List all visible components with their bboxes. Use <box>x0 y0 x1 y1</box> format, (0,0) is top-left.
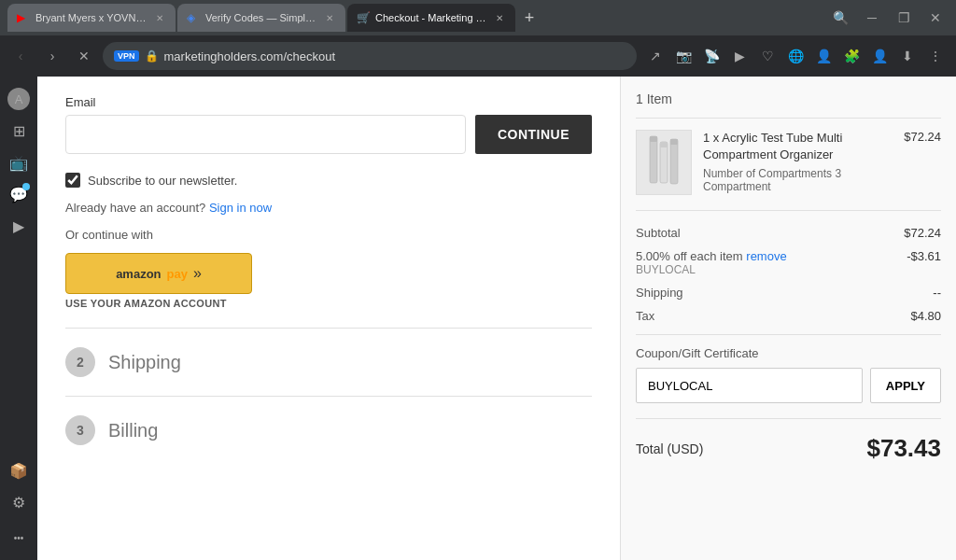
discount-value: -$3.61 <box>907 249 941 263</box>
tab-close-verify[interactable]: ✕ <box>323 11 336 24</box>
sidebar-icon-home[interactable]: ⊞ <box>4 116 34 146</box>
tax-row: Tax $4.80 <box>636 309 941 323</box>
sidebar-icon-box[interactable]: 📦 <box>4 455 34 485</box>
tab-checkout[interactable]: 🛒 Checkout - Marketing Hold... ✕ <box>347 4 515 32</box>
account-row: Already have an account? Sign in now <box>65 201 592 215</box>
coupon-code-display: BUYLOCAL <box>636 263 787 276</box>
svg-rect-0 <box>650 136 657 183</box>
tab-youtube[interactable]: ▶ Bryant Myers x YOVNG... ✕ <box>7 4 176 32</box>
sidebar-icon-twitch[interactable]: 📺 <box>4 147 34 177</box>
shipping-step: 2 Shipping <box>65 347 592 377</box>
sidebar-icon-whatsapp[interactable]: 💬 <box>4 179 34 209</box>
newsletter-checkbox[interactable] <box>65 173 80 188</box>
sidebar-icon-settings[interactable]: ⚙ <box>4 487 34 517</box>
tab-favicon-verify: ◈ <box>187 11 200 24</box>
toolbar-icons: ↗ 📷 📡 ▶ ♡ 🌐 👤 🧩 👤 ⬇ ⋮ <box>642 43 949 69</box>
newsletter-label: Subscribe to our newsletter. <box>88 174 237 188</box>
billing-step-number: 3 <box>65 415 95 445</box>
shipping-label: Shipping <box>636 286 683 300</box>
close-tab-button[interactable]: ✕ <box>71 43 97 69</box>
discount-label: 5.00% off each item <box>636 249 743 263</box>
total-row: Total (USD) $73.43 <box>636 418 941 463</box>
email-row: CONTINUE <box>65 115 592 154</box>
amazon-pay-text: amazon <box>116 267 161 281</box>
tab-favicon-youtube: ▶ <box>17 11 30 24</box>
close-button[interactable]: ✕ <box>922 5 949 31</box>
svg-rect-3 <box>650 136 657 142</box>
sidebar-icon-more[interactable]: ••• <box>4 523 34 553</box>
shipping-row: Shipping -- <box>636 286 941 300</box>
billing-step: 3 Billing <box>65 415 592 445</box>
amazon-pay-button[interactable]: amazon pay » <box>65 253 252 294</box>
or-continue-text: Or continue with <box>65 228 592 242</box>
item-image <box>636 130 692 195</box>
menu-icon[interactable]: ⋮ <box>922 43 949 69</box>
subtotal-label: Subtotal <box>636 226 681 240</box>
remove-link[interactable]: remove <box>746 249 786 263</box>
checkout-form: Email CONTINUE Subscribe to our newslett… <box>37 77 620 560</box>
shipping-step-title: Shipping <box>108 352 181 373</box>
forward-button[interactable]: › <box>39 43 65 69</box>
address-bar[interactable]: VPN 🔒 marketingholders.com/checkout <box>103 42 637 70</box>
coupon-row: APPLY <box>636 368 941 403</box>
sidebar-icon-profile[interactable]: A <box>4 84 34 114</box>
apply-button[interactable]: APPLY <box>870 368 941 403</box>
item-price: $72.24 <box>904 130 941 195</box>
continue-button[interactable]: CONTINUE <box>475 115 592 154</box>
divider-1 <box>65 328 592 329</box>
page-content: Email CONTINUE Subscribe to our newslett… <box>37 77 956 560</box>
tab-favicon-checkout: 🛒 <box>357 11 370 24</box>
item-variant: Number of Compartments 3 Compartment <box>703 167 893 193</box>
amazon-pay-logo: pay <box>167 267 188 281</box>
divider-2 <box>65 396 592 397</box>
tab-close-youtube[interactable]: ✕ <box>153 11 166 24</box>
order-summary: 1 Item 1 x Acrylic Test Tube Multi Compa… <box>620 77 956 560</box>
cast-icon[interactable]: 📡 <box>698 43 724 69</box>
account-text: Already have an account? <box>65 201 205 215</box>
tab-title-youtube: Bryant Myers x YOVNG... <box>35 12 148 23</box>
svg-rect-4 <box>660 142 668 147</box>
svg-rect-1 <box>660 142 668 183</box>
share-icon[interactable]: ↗ <box>642 43 668 69</box>
screenshot-icon[interactable]: 📷 <box>670 43 696 69</box>
tax-label: Tax <box>636 309 654 323</box>
sidebar: A ⊞ 📺 💬 ▶ 📦 ⚙ ••• <box>0 77 37 560</box>
tab-bar: ▶ Bryant Myers x YOVNG... ✕ ◈ Verify Cod… <box>7 0 822 35</box>
tab-close-checkout[interactable]: ✕ <box>493 11 506 24</box>
bookmark-icon[interactable]: ♡ <box>754 43 780 69</box>
tab-verifycodes[interactable]: ◈ Verify Codes — SimplyCod... ✕ <box>177 4 345 32</box>
profile-icon-toolbar[interactable]: 👤 <box>810 43 836 69</box>
new-tab-button[interactable]: + <box>517 6 541 30</box>
tab-title-checkout: Checkout - Marketing Hold... <box>375 12 487 23</box>
total-label: Total (USD) <box>636 441 703 456</box>
coupon-input[interactable] <box>636 368 863 403</box>
order-item: 1 x Acrylic Test Tube Multi Compartment … <box>636 130 941 211</box>
tab-title-verify: Verify Codes — SimplyCod... <box>205 12 317 23</box>
translate-icon[interactable]: 🌐 <box>782 43 808 69</box>
play-media-icon[interactable]: ▶ <box>726 43 752 69</box>
extensions-icon[interactable]: 🧩 <box>838 43 865 69</box>
search-button[interactable]: 🔍 <box>827 5 853 31</box>
shipping-value: -- <box>933 286 941 300</box>
email-section: Email CONTINUE <box>65 95 592 154</box>
vpn-badge: VPN <box>114 50 139 62</box>
svg-rect-2 <box>670 139 678 184</box>
sign-in-link[interactable]: Sign in now <box>209 201 272 215</box>
amazon-arrows-icon: » <box>193 265 202 282</box>
lock-icon: 🔒 <box>145 49 159 63</box>
download-icon[interactable]: ⬇ <box>894 43 921 69</box>
browser-chrome: ▶ Bryant Myers x YOVNG... ✕ ◈ Verify Cod… <box>0 0 956 35</box>
person-icon[interactable]: 👤 <box>866 43 893 69</box>
billing-step-title: Billing <box>108 420 158 441</box>
notification-dot <box>22 183 30 190</box>
email-input[interactable] <box>65 115 466 154</box>
subtotal-value: $72.24 <box>904 226 941 240</box>
items-count: 1 Item <box>636 91 941 119</box>
window-controls: 🔍 ─ ❐ ✕ <box>827 5 949 31</box>
item-image-svg <box>645 134 682 190</box>
svg-rect-5 <box>670 139 678 145</box>
maximize-button[interactable]: ❐ <box>891 5 917 31</box>
minimize-button[interactable]: ─ <box>859 5 885 31</box>
sidebar-icon-play[interactable]: ▶ <box>4 211 34 241</box>
back-button[interactable]: ‹ <box>7 43 34 69</box>
